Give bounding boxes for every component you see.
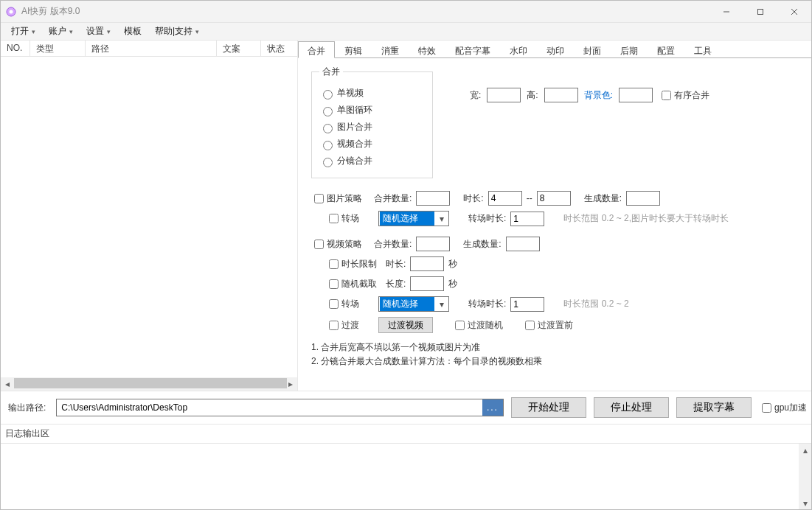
video-strategy-checkbox[interactable] (314, 240, 324, 249)
vid-transition-checkbox[interactable] (329, 299, 339, 309)
bgcolor-label[interactable]: 背景色: (584, 89, 613, 102)
tab-clip[interactable]: 剪辑 (335, 41, 372, 58)
img-transition-dur-input[interactable] (510, 212, 544, 226)
scroll-thumb[interactable] (14, 378, 287, 388)
vid-transition-value: 随机选择 (380, 297, 434, 311)
scroll-down-icon[interactable]: ▾ (799, 497, 811, 509)
tabs: 合并 剪辑 消重 特效 配音字幕 水印 动印 封面 后期 配置 工具 (298, 41, 811, 58)
stop-button[interactable]: 停止处理 (594, 397, 669, 418)
radio-single-loop[interactable] (323, 107, 333, 116)
cross-random-checkbox[interactable] (455, 321, 465, 330)
tab-effects[interactable]: 特效 (409, 41, 445, 58)
img-duration-from-input[interactable] (488, 191, 522, 206)
vid-transition-dur-input[interactable] (510, 297, 544, 312)
image-strategy-checkbox[interactable] (314, 194, 324, 203)
cross-before-checkbox[interactable] (525, 321, 535, 330)
time-limit-input[interactable] (410, 256, 444, 271)
image-strategy-label: 图片策略 (327, 192, 369, 205)
img-gencount-input[interactable] (626, 191, 660, 206)
radio-video-merge[interactable] (323, 141, 333, 150)
ordered-merge-checkbox[interactable] (662, 91, 671, 100)
help-line-2: 2. 分镜合并最大合成数量计算方法：每个目录的视频数相乘 (311, 354, 798, 368)
chevron-down-icon: ▾ (107, 28, 111, 35)
tab-dedup[interactable]: 消重 (372, 41, 409, 58)
help-line-1: 1. 合并后宽高不填以第一个视频或图片为准 (311, 340, 798, 354)
log-area[interactable]: ▴ ▾ (1, 443, 811, 509)
img-transition-hint: 时长范围 0.2 ~ 2,图片时长要大于转场时长 (563, 212, 729, 225)
cross-video-button[interactable]: 过渡视频 (378, 317, 433, 333)
maximize-button[interactable] (743, 1, 777, 23)
col-status[interactable]: 状态 (261, 41, 297, 56)
bgcolor-input[interactable] (619, 88, 653, 102)
tab-watermark[interactable]: 水印 (500, 41, 537, 58)
scroll-up-icon[interactable]: ▴ (799, 444, 811, 456)
app-window: AI快剪 版本9.0 打开▾ 账户▾ 设置▾ 模板 帮助|支持▾ NO. 类型 … (0, 0, 812, 510)
radio-image-merge[interactable] (323, 124, 333, 133)
merge-legend: 合并 (319, 66, 343, 78)
video-strategy-label: 视频策略 (327, 238, 369, 251)
gpu-label: gpu加速 (774, 402, 807, 414)
col-copy[interactable]: 文案 (217, 41, 261, 56)
tab-moving[interactable]: 动印 (537, 41, 574, 58)
col-type[interactable]: 类型 (30, 41, 86, 56)
length-input[interactable] (410, 276, 444, 291)
titlebar: AI快剪 版本9.0 (1, 1, 811, 23)
log-header: 日志输出区 (1, 424, 811, 443)
cross-label: 过渡 (341, 319, 359, 332)
tab-merge[interactable]: 合并 (298, 41, 335, 58)
tab-post[interactable]: 后期 (611, 41, 648, 58)
close-button[interactable] (777, 1, 811, 23)
output-row: 输出路径: ... 开始处理 停止处理 提取字幕 gpu加速 (1, 391, 811, 424)
menu-template[interactable]: 模板 (118, 24, 148, 39)
sec-suffix-1: 秒 (448, 258, 457, 270)
output-path-input[interactable] (57, 399, 482, 416)
radio-shot-merge-label: 分镜合并 (337, 155, 372, 167)
random-crop-checkbox[interactable] (329, 279, 339, 289)
output-path-wrap: ... (56, 399, 504, 416)
menu-open[interactable]: 打开▾ (5, 24, 41, 39)
minimize-button[interactable] (709, 1, 743, 23)
scroll-track[interactable] (14, 377, 284, 391)
col-no[interactable]: NO. (1, 41, 30, 56)
time-limit-checkbox[interactable] (329, 259, 339, 269)
vid-mergecount-input[interactable] (416, 237, 450, 251)
col-path[interactable]: 路径 (86, 41, 217, 56)
menu-settings[interactable]: 设置▾ (80, 24, 117, 39)
start-button[interactable]: 开始处理 (511, 397, 586, 418)
height-input[interactable] (544, 88, 578, 102)
tab-content-merge: 合并 单视频 单图循环 图片合并 视频合并 分镜合并 宽: 高: 背景色: 有序… (298, 58, 811, 391)
width-input[interactable] (487, 88, 521, 102)
list-empty-area[interactable] (1, 57, 297, 377)
img-transition-select[interactable]: 随机选择 ▾ (378, 211, 449, 226)
tab-tools[interactable]: 工具 (684, 41, 721, 58)
height-label: 高: (527, 89, 538, 102)
vid-gencount-input[interactable] (506, 237, 540, 251)
chevron-down-icon: ▾ (195, 28, 199, 35)
menu-help[interactable]: 帮助|支持▾ (149, 24, 205, 39)
radio-single-video-label: 单视频 (337, 87, 364, 99)
radio-shot-merge[interactable] (323, 158, 333, 167)
chevron-down-icon: ▾ (435, 214, 448, 224)
img-gencount-label: 生成数量: (584, 192, 622, 205)
img-transition-dur-label: 转场时长: (468, 212, 506, 225)
cross-checkbox[interactable] (329, 321, 339, 330)
tab-dub[interactable]: 配音字幕 (445, 41, 500, 58)
tab-cover[interactable]: 封面 (574, 41, 611, 58)
cross-random-label: 过渡随机 (468, 319, 503, 332)
img-transition-checkbox[interactable] (329, 214, 339, 223)
scroll-left-icon[interactable]: ◂ (1, 377, 14, 391)
radio-single-video[interactable] (323, 90, 333, 99)
vid-transition-select[interactable]: 随机选择 ▾ (378, 296, 449, 312)
img-mergecount-input[interactable] (416, 191, 450, 206)
hscrollbar[interactable]: ◂ ▸ (1, 377, 297, 391)
browse-button[interactable]: ... (482, 399, 503, 416)
gpu-checkbox[interactable] (762, 403, 771, 413)
img-duration-to-input[interactable] (537, 191, 571, 206)
vscrollbar[interactable]: ▴ ▾ (799, 444, 811, 509)
extract-subtitle-button[interactable]: 提取字幕 (676, 397, 752, 418)
tab-config[interactable]: 配置 (648, 41, 684, 58)
chevron-down-icon: ▾ (435, 299, 448, 310)
img-duration-label: 时长: (463, 192, 483, 205)
settings-panel: 合并 剪辑 消重 特效 配音字幕 水印 动印 封面 后期 配置 工具 合并 单视… (298, 41, 811, 391)
menu-account[interactable]: 账户▾ (43, 24, 79, 39)
